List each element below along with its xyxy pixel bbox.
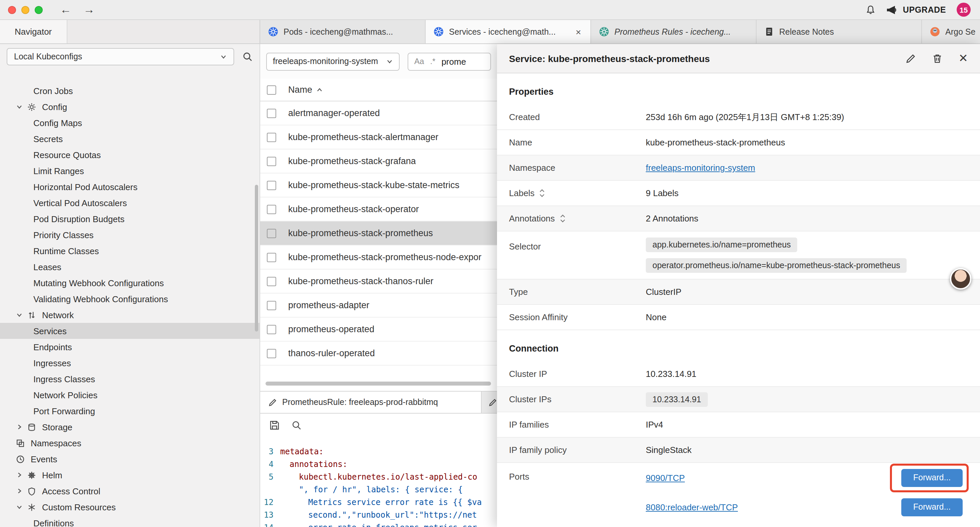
forward-icon[interactable]: →	[83, 4, 95, 15]
zoom-window-button[interactable]	[35, 6, 43, 14]
chevron-right-icon[interactable]	[16, 471, 23, 478]
sidebar-item-network-policies[interactable]: Network Policies	[0, 387, 259, 403]
kubeconfig-select[interactable]: Local Kubeconfigs	[7, 48, 234, 65]
sidebar-item-cron-jobs[interactable]: Cron Jobs	[0, 83, 259, 99]
namespace-filter-select[interactable]: freeleaps-monitoring-system	[266, 53, 399, 70]
sidebar-item-resource-quotas[interactable]: Resource Quotas	[0, 147, 259, 163]
upgrade-button[interactable]: UPGRADE	[887, 5, 946, 14]
sidebar-item-config-maps[interactable]: Config Maps	[0, 115, 259, 131]
sidebar-item-events[interactable]: Events	[0, 451, 259, 467]
sidebar-item-network[interactable]: Network	[0, 307, 259, 323]
expand-updown-icon[interactable]	[539, 189, 546, 197]
checkbox[interactable]	[267, 204, 276, 214]
tab-argo[interactable]: Argo Se	[922, 20, 980, 43]
match-case-toggle[interactable]: Aa	[414, 57, 424, 66]
yaml-editor[interactable]: 3metadata: 4annotations: 5kubectl.kubern…	[260, 436, 497, 527]
checkbox[interactable]	[267, 108, 276, 118]
close-button[interactable]: ✕	[959, 53, 968, 64]
checkbox[interactable]	[267, 325, 276, 334]
table-row[interactable]: kube-prometheus-stack-prometheus-node-ex…	[260, 245, 497, 269]
annotations-count[interactable]: 2 Annotations	[646, 213, 698, 223]
sidebar-item-port-forwarding[interactable]: Port Forwarding	[0, 403, 259, 419]
sidebar-item-secrets[interactable]: Secrets	[0, 131, 259, 147]
sidebar-item-limit-ranges[interactable]: Limit Ranges	[0, 163, 259, 179]
table-row[interactable]: kube-prometheus-stack-alertmanager	[260, 126, 497, 150]
dock-tab-prometheusrule[interactable]: PrometheusRule: freeleaps-prod-rabbitmq	[260, 392, 482, 413]
port-link[interactable]: 8080:reloader-web/TCP	[646, 502, 738, 512]
sidebar-item-definitions[interactable]: Definitions	[0, 515, 259, 527]
table-row[interactable]: prometheus-adapter	[260, 293, 497, 318]
table-row[interactable]: thanos-ruler-operated	[260, 342, 497, 366]
sidebar-item-pod-disruption-budgets[interactable]: Pod Disruption Budgets	[0, 211, 259, 227]
back-icon[interactable]: ←	[60, 4, 72, 15]
name-column-header[interactable]: Name	[288, 85, 312, 95]
chevron-right-icon[interactable]	[16, 424, 23, 430]
sidebar-item-helm[interactable]: Helm	[0, 467, 259, 483]
checkbox[interactable]	[267, 180, 276, 190]
table-row-selected[interactable]: kube-prometheus-stack-prometheus	[260, 221, 497, 245]
user-avatar[interactable]	[950, 268, 971, 290]
checkbox[interactable]	[267, 228, 276, 238]
chevron-down-icon[interactable]	[16, 103, 23, 110]
checkbox[interactable]	[267, 253, 276, 262]
sidebar-item-validating-webhook-configurations[interactable]: Validating Webhook Configurations	[0, 291, 259, 307]
port-link[interactable]: 9090/TCP	[646, 473, 685, 482]
dock-tab-partial[interactable]	[482, 392, 497, 413]
horizontal-scrollbar[interactable]	[266, 382, 491, 385]
sidebar-item-storage[interactable]: Storage	[0, 419, 259, 435]
sidebar-item-priority-classes[interactable]: Priority Classes	[0, 227, 259, 243]
close-window-button[interactable]	[8, 6, 16, 14]
detail-label: Ports	[509, 471, 529, 482]
regex-toggle[interactable]: .*	[430, 57, 435, 66]
sidebar-item-access-control[interactable]: Access Control	[0, 483, 259, 499]
sidebar-item-custom-resources[interactable]: Custom Resources	[0, 499, 259, 515]
checkbox[interactable]	[267, 156, 276, 166]
sidebar-item-ingress-classes[interactable]: Ingress Classes	[0, 371, 259, 387]
search-icon[interactable]	[291, 420, 302, 430]
tab-services[interactable]: Services - icecheng@math... ×	[426, 20, 591, 43]
sidebar-item-config[interactable]: Config	[0, 99, 259, 115]
save-icon[interactable]	[269, 420, 280, 430]
select-all-checkbox[interactable]	[267, 85, 276, 94]
chevron-down-icon[interactable]	[16, 312, 23, 318]
sidebar-item-ingresses[interactable]: Ingresses	[0, 355, 259, 371]
checkbox[interactable]	[267, 132, 276, 142]
notification-badge[interactable]: 15	[957, 3, 970, 17]
forward-button[interactable]: Forward...	[901, 498, 963, 516]
sidebar-item-horizontal-pod-autoscalers[interactable]: Horizontal Pod Autoscalers	[0, 179, 259, 195]
sidebar-item-vertical-pod-autoscalers[interactable]: Vertical Pod Autoscalers	[0, 195, 259, 211]
checkbox[interactable]	[267, 349, 276, 358]
table-row[interactable]: kube-prometheus-stack-operator	[260, 197, 497, 221]
chevron-right-icon[interactable]	[16, 488, 23, 494]
table-row[interactable]: kube-prometheus-stack-grafana	[260, 150, 497, 174]
tab-prometheus-rules[interactable]: Prometheus Rules - icecheng...	[591, 20, 757, 43]
bell-icon[interactable]	[865, 4, 876, 15]
sidebar-item-leases[interactable]: Leases	[0, 259, 259, 275]
labels-count[interactable]: 9 Labels	[646, 188, 678, 198]
detail-label: IP family policy	[509, 445, 567, 455]
table-row[interactable]: alertmanager-operated	[260, 101, 497, 126]
checkbox[interactable]	[267, 301, 276, 310]
sidebar-item-namespaces[interactable]: Namespaces	[0, 435, 259, 451]
sidebar-scrollbar[interactable]	[255, 185, 258, 331]
forward-button[interactable]: Forward...	[901, 469, 963, 487]
expand-updown-icon[interactable]	[559, 214, 565, 223]
table-row[interactable]: kube-prometheus-stack-kube-state-metrics	[260, 174, 497, 197]
close-icon[interactable]: ×	[574, 26, 582, 37]
minimize-window-button[interactable]	[21, 6, 29, 14]
sidebar-item-runtime-classes[interactable]: Runtime Classes	[0, 243, 259, 259]
namespace-link[interactable]: freeleaps-monitoring-system	[646, 163, 755, 173]
edit-button[interactable]	[905, 53, 916, 64]
search-icon[interactable]	[242, 51, 253, 62]
sidebar-item-endpoints[interactable]: Endpoints	[0, 339, 259, 355]
sidebar-item-mutating-webhook-configurations[interactable]: Mutating Webhook Configurations	[0, 275, 259, 291]
checkbox[interactable]	[267, 277, 276, 286]
sidebar-item-services[interactable]: Services	[0, 323, 259, 339]
table-row[interactable]: prometheus-operated	[260, 318, 497, 342]
tab-release-notes[interactable]: Release Notes	[757, 20, 922, 43]
search-input[interactable]: Aa .* prome	[407, 53, 491, 70]
table-row[interactable]: kube-prometheus-stack-thanos-ruler	[260, 269, 497, 293]
chevron-down-icon[interactable]	[16, 504, 23, 510]
tab-pods[interactable]: Pods - icecheng@mathmas...	[260, 20, 426, 43]
delete-button[interactable]	[932, 53, 943, 64]
